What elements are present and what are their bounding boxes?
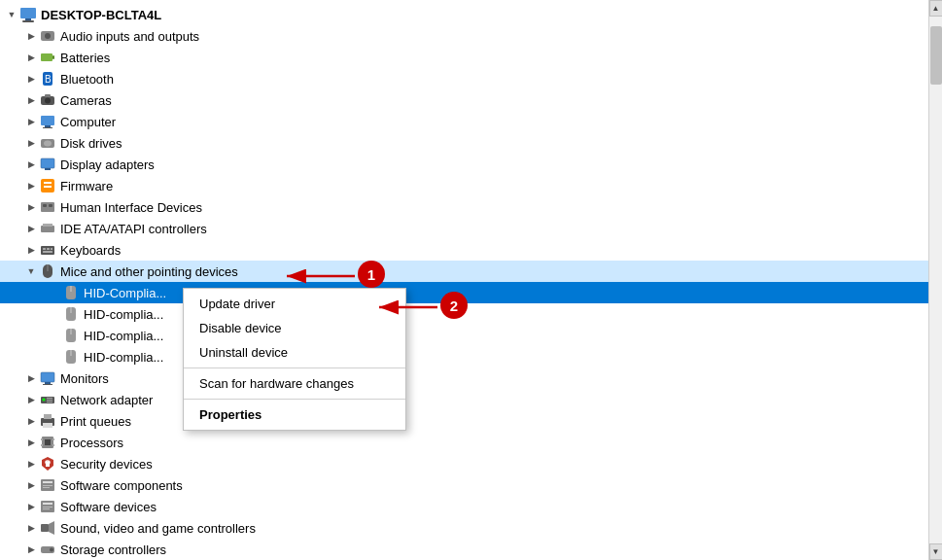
- sound-icon: [39, 519, 56, 537]
- computer-icon: [39, 113, 56, 130]
- processor-icon: [39, 434, 56, 451]
- storage-icon: [39, 541, 56, 558]
- tree-item-ide[interactable]: IDE ATA/ATAPI controllers: [0, 218, 928, 239]
- svg-text:B: B: [45, 74, 52, 85]
- root-label: DESKTOP-BCLTA4L: [41, 8, 928, 22]
- device-manager-panel: DESKTOP-BCLTA4L Audio inputs and outputs…: [0, 0, 928, 560]
- tree-item-firmware[interactable]: Firmware: [0, 175, 928, 196]
- display-icon: [39, 156, 56, 173]
- tree-item-softcomp[interactable]: Software components: [0, 474, 928, 496]
- ctx-separator-sep2: [184, 399, 405, 400]
- expand-arrow-display: [23, 157, 39, 172]
- svg-rect-71: [43, 508, 50, 509]
- svg-rect-9: [52, 55, 54, 59]
- expand-arrow-audio: [23, 28, 39, 44]
- audio-icon: [39, 27, 56, 45]
- tree-item-network[interactable]: Network adapter: [0, 389, 928, 410]
- svg-rect-52: [47, 402, 52, 402]
- svg-rect-54: [44, 414, 52, 419]
- tree-items: Audio inputs and outputsBatteriesBBlueto…: [0, 25, 928, 560]
- svg-rect-8: [41, 53, 52, 61]
- tree-label-mice: Mice and other pointing devices: [60, 264, 928, 279]
- svg-rect-24: [44, 186, 52, 188]
- tree-item-hid[interactable]: Human Interface Devices: [0, 196, 928, 218]
- tree-item-mice[interactable]: Mice and other pointing devices: [0, 261, 928, 282]
- tree-label-display: Display adapters: [60, 158, 928, 172]
- tree-item-keyboards[interactable]: Keyboards: [0, 239, 928, 261]
- tree-label-cameras: Cameras: [60, 93, 928, 108]
- tree-item-monitors[interactable]: Monitors: [0, 368, 928, 389]
- tree-item-audio[interactable]: Audio inputs and outputs: [0, 25, 928, 47]
- expand-arrow-monitors: [23, 370, 39, 386]
- tree-item-sound[interactable]: Sound, video and game controllers: [0, 517, 928, 539]
- ctx-item-scan[interactable]: Scan for hardware changes: [184, 371, 405, 396]
- tree-item-print[interactable]: Print queues: [0, 410, 928, 432]
- tree-label-audio: Audio inputs and outputs: [60, 29, 928, 44]
- svg-point-75: [50, 548, 53, 552]
- ctx-item-properties[interactable]: Properties: [184, 402, 405, 427]
- svg-rect-17: [43, 127, 52, 128]
- annotation-1: 1: [358, 261, 385, 288]
- expand-arrow-mice: [23, 263, 39, 279]
- scroll-up-button[interactable]: ▲: [929, 0, 943, 17]
- svg-rect-26: [43, 204, 47, 207]
- svg-rect-55: [43, 423, 52, 428]
- tree-item-storage[interactable]: Storage controllers: [0, 539, 928, 560]
- expand-arrow-cameras: [23, 92, 39, 108]
- tree-label-computer: Computer: [60, 115, 928, 129]
- tree-label-processor: Processors: [60, 436, 928, 450]
- tree-item-processor[interactable]: Processors: [0, 432, 928, 453]
- tree-item-hid4[interactable]: HID-complia...: [0, 346, 928, 368]
- tree-label-disk: Disk drives: [60, 136, 928, 151]
- svg-point-7: [45, 33, 51, 39]
- ctx-item-disable[interactable]: Disable device: [184, 316, 405, 340]
- svg-rect-59: [41, 444, 43, 446]
- hid-icon: [39, 198, 56, 216]
- tree-label-keyboards: Keyboards: [60, 243, 928, 258]
- tree-item-hid3[interactable]: HID-complia...: [0, 325, 928, 346]
- tree-root[interactable]: DESKTOP-BCLTA4L: [0, 4, 928, 25]
- tree-label-storage: Storage controllers: [60, 542, 928, 557]
- svg-rect-27: [49, 204, 52, 207]
- print-icon: [39, 412, 56, 430]
- expand-arrow-softdev: [23, 499, 39, 514]
- tree-label-sound: Sound, video and game controllers: [60, 521, 928, 536]
- svg-rect-69: [43, 503, 52, 505]
- tree-item-softdev[interactable]: Software devices: [0, 496, 928, 517]
- scrollbar[interactable]: ▲ ▼: [928, 0, 942, 560]
- tree-label-ide: IDE ATA/ATAPI controllers: [60, 222, 928, 236]
- scroll-thumb[interactable]: [930, 26, 942, 85]
- tree-item-cameras[interactable]: Cameras: [0, 89, 928, 111]
- hid-child-icon: [62, 348, 80, 366]
- tree-item-bluetooth[interactable]: BBluetooth: [0, 68, 928, 89]
- batteries-icon: [39, 49, 56, 66]
- desktop-icon: [19, 6, 37, 23]
- ctx-item-uninstall[interactable]: Uninstall device: [184, 340, 405, 365]
- svg-rect-34: [43, 251, 52, 253]
- expand-arrow-bluetooth: [23, 71, 39, 87]
- expand-arrow-batteries: [23, 50, 39, 65]
- tree-item-display[interactable]: Display adapters: [0, 154, 928, 175]
- scroll-down-button[interactable]: ▼: [929, 543, 943, 560]
- expand-arrow-processor: [23, 435, 39, 450]
- disk-icon: [39, 134, 56, 152]
- keyboard-icon: [39, 241, 56, 259]
- tree-item-batteries[interactable]: Batteries: [0, 47, 928, 68]
- svg-rect-3: [20, 8, 36, 18]
- svg-rect-16: [45, 125, 51, 127]
- tree-item-computer[interactable]: Computer: [0, 111, 928, 132]
- tree-label-softcomp: Software components: [60, 478, 928, 493]
- camera-icon: [39, 91, 56, 109]
- device-tree: DESKTOP-BCLTA4L Audio inputs and outputs…: [0, 0, 928, 560]
- expand-arrow-computer: [23, 114, 39, 129]
- tree-item-disk[interactable]: Disk drives: [0, 132, 928, 154]
- svg-rect-25: [41, 202, 54, 212]
- svg-rect-72: [41, 524, 49, 532]
- tree-label-firmware: Firmware: [60, 179, 928, 193]
- ctx-item-update[interactable]: Update driver: [184, 292, 405, 316]
- svg-rect-4: [25, 18, 31, 20]
- monitors-icon: [39, 369, 56, 387]
- firmware-icon: [39, 177, 56, 194]
- tree-item-security[interactable]: Security devices: [0, 453, 928, 474]
- svg-rect-58: [41, 438, 43, 440]
